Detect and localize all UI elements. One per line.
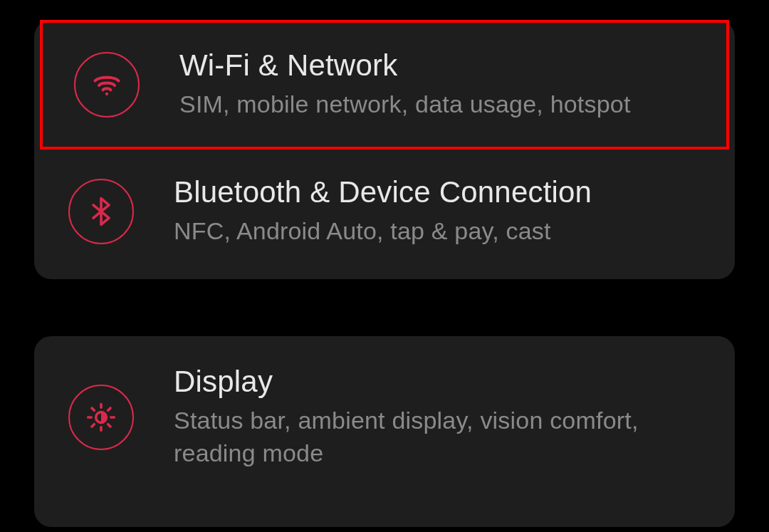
brightness-icon bbox=[85, 402, 117, 433]
wifi-icon-circle bbox=[74, 52, 140, 118]
svg-point-0 bbox=[105, 93, 108, 95]
settings-group-network: Wi-Fi & Network SIM, mobile network, dat… bbox=[34, 20, 735, 279]
svg-line-9 bbox=[108, 408, 110, 410]
settings-item-title: Bluetooth & Device Connection bbox=[174, 175, 701, 209]
settings-item-text: Bluetooth & Device Connection NFC, Andro… bbox=[174, 175, 701, 248]
settings-item-subtitle: NFC, Android Auto, tap & pay, cast bbox=[174, 215, 701, 248]
svg-line-7 bbox=[108, 424, 110, 426]
settings-item-subtitle: SIM, mobile network, data usage, hotspot bbox=[179, 88, 695, 121]
settings-group-display: Display Status bar, ambient display, vis… bbox=[34, 336, 735, 527]
brightness-icon-circle bbox=[68, 385, 134, 450]
svg-line-8 bbox=[92, 424, 94, 426]
settings-item-title: Wi-Fi & Network bbox=[179, 48, 695, 83]
settings-item-text: Display Status bar, ambient display, vis… bbox=[174, 365, 701, 470]
settings-item-title: Display bbox=[174, 365, 701, 399]
svg-line-6 bbox=[92, 408, 94, 410]
bluetooth-icon bbox=[85, 196, 117, 227]
bluetooth-icon-circle bbox=[68, 179, 134, 244]
settings-item-subtitle: Status bar, ambient display, vision comf… bbox=[174, 405, 701, 470]
settings-item-text: Wi-Fi & Network SIM, mobile network, dat… bbox=[179, 48, 695, 121]
settings-item-display[interactable]: Display Status bar, ambient display, vis… bbox=[34, 336, 735, 499]
settings-item-wifi-network[interactable]: Wi-Fi & Network SIM, mobile network, dat… bbox=[40, 20, 729, 150]
settings-item-bluetooth[interactable]: Bluetooth & Device Connection NFC, Andro… bbox=[34, 150, 735, 279]
wifi-icon bbox=[91, 69, 122, 100]
